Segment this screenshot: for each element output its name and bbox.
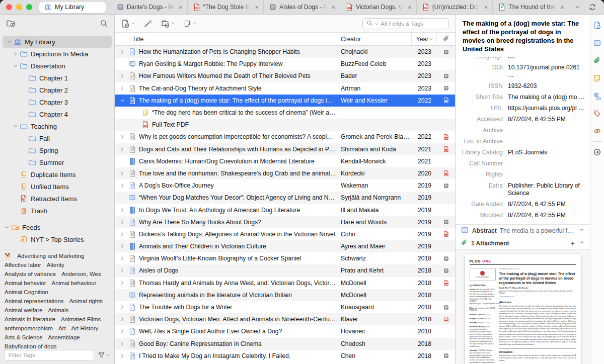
- item-row-how-famous-writers-mourned-the-death-of-[interactable]: How Famous Writers Mourned the Death of …: [115, 70, 455, 82]
- tab-list-chevron-icon[interactable]: [571, 2, 584, 13]
- field-value[interactable]: 10.1371/journal.pone.0261 …: [508, 64, 585, 79]
- abstract-nav-icon[interactable]: [593, 39, 601, 47]
- item-row-the-cat-and-dog-theory-of-attachment-sty[interactable]: The Cat-and-Dog Theory of Attachment Sty…: [115, 82, 455, 95]
- abstract-section-header[interactable]: Abstract The media is a powerful forc…: [456, 224, 590, 237]
- tag-alterity[interactable]: Alterity: [47, 262, 64, 268]
- chevron-down-icon[interactable]: [12, 123, 19, 129]
- sidebar-item-summer[interactable]: Summer: [0, 156, 114, 168]
- field-value[interactable]: [508, 127, 585, 134]
- tag-anthropomorphism[interactable]: anthropomorphism: [5, 325, 53, 332]
- sidebar-item-spring[interactable]: Spring: [0, 144, 114, 156]
- column-header-creator[interactable]: Creator: [336, 33, 412, 45]
- tag-animal-behaviour[interactable]: Animal behaviour: [51, 280, 96, 287]
- item-row-true-love-and-the-nonhuman-shakespeare-s[interactable]: True love and the nonhuman: Shakespeare’…: [115, 167, 455, 179]
- tag-animals-in-literature[interactable]: Animals in literature: [5, 316, 55, 323]
- quick-search-input[interactable]: [381, 21, 445, 27]
- new-item-button[interactable]: [121, 19, 135, 28]
- close-tab-icon[interactable]: ×: [177, 4, 184, 11]
- chevron-right-icon[interactable]: [119, 353, 125, 359]
- chevron-right-icon[interactable]: [119, 219, 125, 225]
- item-row-how-the-humanization-of-pets-is-changing[interactable]: How the Humanization of Pets Is Changing…: [115, 46, 455, 58]
- tab-victorian-dogs-vict[interactable]: Victorian Dogs, Vict×: [340, 0, 416, 15]
- sidebar-item-teaching[interactable]: Teaching: [0, 120, 114, 132]
- attachment-preview[interactable]: PLOS ONE Check for updates OPEN ACCESS: [456, 249, 590, 364]
- libraries-collections-icon[interactable]: [593, 92, 601, 100]
- locate-icon[interactable]: [593, 148, 601, 156]
- field-value[interactable]: 8/7/2024, 6:42:55 PM: [508, 212, 585, 219]
- sidebar-item-chapter-2[interactable]: Chapter 2: [0, 84, 114, 96]
- filter-tags-input[interactable]: [4, 350, 94, 360]
- tab-my-library[interactable]: My Library: [39, 2, 106, 13]
- tag-arts-science[interactable]: Arts & Science: [5, 334, 42, 341]
- item-row-why-are-there-so-many-books-about-dogs[interactable]: Why Are There So Many Books About Dogs?H…: [115, 216, 455, 228]
- sidebar-item-dissertation[interactable]: Dissertation: [0, 60, 114, 72]
- tab-the-hound-of-the-ba[interactable]: The Hound of the Ba×: [492, 0, 569, 15]
- close-tab-icon[interactable]: ×: [330, 4, 337, 11]
- tag-babyfication-of-dogs[interactable]: Babyfication of dogs: [5, 343, 57, 349]
- tag-advertising-and-marketing[interactable]: Advertising and Marketing: [17, 253, 84, 259]
- item-row-virginia-woolf-s-little-known-biography-[interactable]: Virginia Woolf’s Little-Known Biography …: [115, 252, 455, 264]
- chevron-up-icon[interactable]: [579, 239, 585, 247]
- info-icon[interactable]: [593, 21, 601, 30]
- chevron-down-icon[interactable]: [119, 98, 125, 104]
- collection-search-button[interactable]: [100, 19, 108, 28]
- chevron-right-icon[interactable]: [119, 341, 125, 347]
- chevron-right-icon[interactable]: [119, 243, 125, 249]
- chevron-right-icon[interactable]: [119, 183, 125, 189]
- chevron-down-icon[interactable]: [6, 39, 13, 45]
- tag-analysis-of-variance[interactable]: Analysis of variance: [5, 271, 56, 278]
- chevron-right-icon[interactable]: [119, 280, 125, 286]
- tag-animal-cognition[interactable]: Animal Cognition: [5, 289, 48, 296]
- item-row-full-text-pdf[interactable]: Full Text PDF: [115, 119, 455, 131]
- chevron-right-icon[interactable]: [119, 73, 125, 79]
- field-value[interactable]: [508, 171, 585, 178]
- chevron-down-icon[interactable]: [12, 63, 19, 69]
- sidebar-item-chapter-4[interactable]: Chapter 4: [0, 108, 114, 120]
- item-row-in-dogs-we-trust-an-anthology-of-america[interactable]: In Dogs We Trust: An Anthology of Americ…: [115, 204, 455, 216]
- sidebar-item-feeds[interactable]: Feeds: [0, 221, 114, 233]
- chevron-right-icon[interactable]: [119, 304, 125, 310]
- tag-art[interactable]: Art: [58, 325, 66, 332]
- field-value[interactable]: [508, 160, 585, 167]
- field-value[interactable]: 8/7/2024, 6:42:55 PM: [508, 116, 585, 123]
- item-row-i-tried-to-make-my-dog-an-instagram-cele[interactable]: I Tried to Make My Dog an Instagram Cele…: [115, 350, 455, 362]
- item-row-representing-animals-in-the-literature-o[interactable]: Representing animals in the literature o…: [115, 289, 455, 301]
- item-row-why-is-pet-goods-consumption-imperceptib[interactable]: Why is pet goods consumption imperceptib…: [115, 131, 455, 143]
- item-row-ryan-gosling-margot-robbie-the-puppy-int[interactable]: Ryan Gosling & Margot Robbie: The Puppy …: [115, 58, 455, 70]
- chevron-down-icon[interactable]: [3, 224, 11, 230]
- sidebar-item-chapter-3[interactable]: Chapter 3: [0, 96, 114, 108]
- field-value[interactable]: 1932-6203: [508, 82, 585, 90]
- tag-filter-options-button[interactable]: [98, 351, 110, 359]
- related-icon[interactable]: [593, 127, 601, 135]
- attachments-nav-icon[interactable]: [593, 56, 601, 65]
- field-value[interactable]: Publisher: Public Library of Science: [508, 182, 585, 197]
- field-value[interactable]: The making of a (dog) mo …: [508, 94, 585, 101]
- tag-animal-representations[interactable]: Animal representations: [5, 298, 64, 305]
- field-value[interactable]: [508, 138, 585, 145]
- item-row-the-dog-hero-has-been-critical-to-the-su[interactable]: “The dog hero has been critical to the s…: [115, 107, 455, 119]
- add-attachment-button[interactable]: +: [570, 239, 575, 247]
- tab-the-dog-stole-the-f[interactable]: “The Dog Stole the F×: [187, 0, 264, 15]
- tab-dante-s-dogs-man[interactable]: Dante's Dogs - Man×: [111, 0, 187, 15]
- item-row-when-your-dog-matches-your-decor-object-[interactable]: “When Your Dog Matches Your Decor”: Obje…: [115, 192, 455, 204]
- item-row-good-boy-canine-representation-in-cinema[interactable]: Good Boy: Canine Representation in Cinem…: [115, 338, 455, 350]
- chevron-right-icon[interactable]: [119, 49, 125, 55]
- sync-button[interactable]: [586, 2, 599, 13]
- tag-anderson-wes[interactable]: Anderson, Wes: [61, 271, 101, 278]
- tag-assemblage[interactable]: Assemblage: [48, 334, 80, 341]
- field-value[interactable]: en: [508, 57, 585, 61]
- new-collection-button[interactable]: [6, 19, 15, 28]
- new-note-button[interactable]: [183, 20, 197, 28]
- sidebar-item-nyt-top-stories[interactable]: NYT > Top Stories: [0, 233, 114, 245]
- tab-aisles-of-dogs-pra[interactable]: Aisles of Dogs - Pra×: [263, 0, 340, 15]
- field-value[interactable]: 8/7/2024, 6:42:55 PM: [508, 201, 585, 208]
- column-header-title[interactable]: Title: [115, 33, 336, 45]
- chevron-right-icon[interactable]: [119, 231, 125, 237]
- close-window-button[interactable]: [6, 4, 12, 10]
- item-row-dickens-s-talking-dogs-allegories-of-ani[interactable]: Dickens’s Talking Dogs: Allegories of An…: [115, 228, 455, 240]
- tag-art-history[interactable]: Art History: [71, 325, 99, 332]
- column-header-attachment[interactable]: [437, 35, 455, 44]
- column-header-year[interactable]: Year: [412, 33, 437, 45]
- tag-affective-labor[interactable]: Affective labor: [5, 262, 41, 268]
- tag-animal-rights[interactable]: Animal rights: [69, 298, 103, 305]
